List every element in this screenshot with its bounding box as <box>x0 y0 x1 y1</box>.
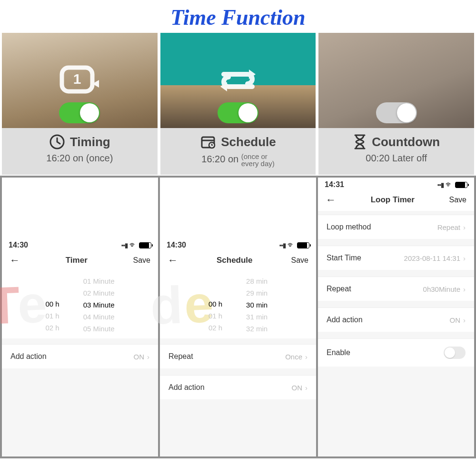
status-bar: 14:30 ▪▪▮ ᯤ <box>2 238 158 250</box>
time-picker[interactable]: 00 h 01 h 02 h 28 min 29 min 30 min 31 m… <box>160 271 316 338</box>
card-schedule-sub-extra: (once orevery day) <box>241 153 275 167</box>
status-time: 14:30 <box>9 241 28 249</box>
status-icons: ▪▪▮ ᯤ <box>121 241 151 249</box>
chevron-right-icon: › <box>147 353 149 361</box>
time-picker[interactable]: 00 h 01 h 02 h 01 Minute 02 Minute 03 Mi… <box>2 271 158 338</box>
chevron-right-icon: › <box>463 254 466 262</box>
row-add-action[interactable]: Add action ON› <box>2 344 158 368</box>
svg-text:1: 1 <box>73 71 81 87</box>
phone-schedule: de 14:30 ▪▪▮ ᯤ ← Schedule Save 00 h 01 h… <box>160 178 318 458</box>
battery-icon <box>455 182 467 188</box>
status-bar: 14:31 ▪▪▮ ᯤ <box>318 178 474 190</box>
repeat-icon <box>212 59 264 102</box>
phone-loop-timer: 14:31 ▪▪▮ ᯤ ← Loop Timer Save Loop metho… <box>318 178 476 458</box>
card-countdown-hero <box>318 33 474 128</box>
nav-bar: ← Schedule Save <box>160 250 316 271</box>
card-schedule-label: Schedule <box>221 135 276 149</box>
row-loop-method[interactable]: Loop method Repeat› <box>318 215 474 239</box>
row-repeat[interactable]: Repeat 0h30Minute› <box>318 277 474 301</box>
feature-cards-row: 1 Timing 16:20 on (once) Schedule 16: <box>0 33 476 175</box>
card-countdown-label: Countdown <box>372 135 440 149</box>
row-add-action[interactable]: Add action ON› <box>318 307 474 332</box>
calendar-icon <box>200 134 216 150</box>
back-button[interactable]: ← <box>326 194 336 206</box>
nav-bar: ← Loop Timer Save <box>318 190 474 211</box>
once-loop-icon: 1 <box>53 59 106 102</box>
card-countdown-toggle[interactable] <box>376 102 417 123</box>
hourglass-icon <box>353 134 367 150</box>
signal-icon: ▪▪▮ <box>437 181 444 188</box>
chevron-right-icon: › <box>305 353 307 361</box>
signal-icon: ▪▪▮ <box>121 242 128 249</box>
status-bar: 14:30 ▪▪▮ ᯤ <box>160 238 316 250</box>
nav-bar: ← Timer Save <box>2 250 158 271</box>
wifi-icon: ᯤ <box>288 241 295 249</box>
save-button[interactable]: Save <box>291 256 308 265</box>
wifi-icon: ᯤ <box>129 241 137 249</box>
card-countdown-sub: 00:20 Later off <box>318 153 474 171</box>
page-title: Time Function <box>0 0 476 33</box>
card-timing-label: Timing <box>70 135 110 149</box>
chevron-right-icon: › <box>463 223 466 231</box>
save-button[interactable]: Save <box>133 256 150 265</box>
card-countdown: Countdown 00:20 Later off <box>318 33 474 175</box>
row-start-time[interactable]: Start Time 2023-08-11 14:31› <box>318 246 474 270</box>
back-button[interactable]: ← <box>168 254 178 267</box>
card-schedule: Schedule 16:20 on (once orevery day) <box>160 33 316 175</box>
nav-title: Timer <box>66 256 88 265</box>
wifi-icon: ᯤ <box>446 180 453 189</box>
status-time: 14:30 <box>167 241 186 249</box>
card-schedule-hero <box>160 33 316 128</box>
nav-title: Loop Timer <box>371 195 415 205</box>
row-add-action[interactable]: Add action ON› <box>160 375 316 399</box>
card-timing: 1 Timing 16:20 on (once) <box>2 33 158 175</box>
save-button[interactable]: Save <box>449 196 466 204</box>
status-time: 14:31 <box>325 180 344 189</box>
chevron-right-icon: › <box>305 384 307 392</box>
row-repeat[interactable]: Repeat Once› <box>160 344 316 368</box>
card-schedule-toggle[interactable] <box>218 102 258 123</box>
card-timing-hero: 1 <box>2 33 158 128</box>
chevron-right-icon: › <box>463 285 466 293</box>
status-icons: ▪▪▮ ᯤ <box>279 241 309 249</box>
chevron-right-icon: › <box>463 316 466 324</box>
phones-row: Te 14:30 ▪▪▮ ᯤ ← Timer Save 00 h 01 h 02… <box>0 176 476 458</box>
card-timing-toggle[interactable] <box>59 102 100 123</box>
card-schedule-sub: 16:20 on (once orevery day) <box>160 153 316 175</box>
row-enable: Enable <box>318 338 474 367</box>
nav-title: Schedule <box>217 256 253 265</box>
clock-icon <box>49 134 65 150</box>
signal-icon: ▪▪▮ <box>279 242 286 249</box>
enable-toggle[interactable] <box>444 347 466 359</box>
battery-icon <box>139 242 151 248</box>
battery-icon <box>297 242 309 248</box>
card-timing-sub: 16:20 on (once) <box>2 153 158 171</box>
phone-timer: Te 14:30 ▪▪▮ ᯤ ← Timer Save 00 h 01 h 02… <box>0 178 160 458</box>
status-icons: ▪▪▮ ᯤ <box>437 180 467 189</box>
back-button[interactable]: ← <box>10 254 20 267</box>
